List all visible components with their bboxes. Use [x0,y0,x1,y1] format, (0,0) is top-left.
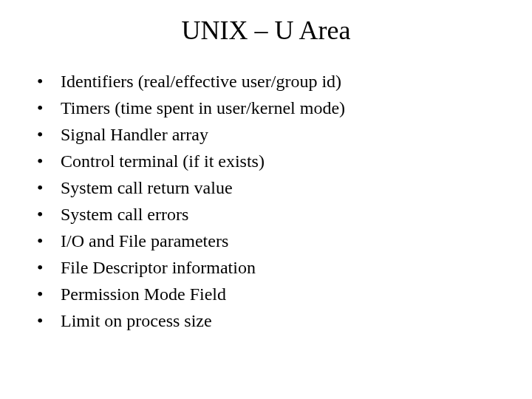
bullet-text: Identifiers (real/effective user/group i… [61,68,502,95]
bullet-text: Limit on process size [61,307,502,334]
bullet-icon: • [37,148,46,174]
list-item: • File Descriptor information [37,254,502,281]
list-item: • Permission Mode Field [37,281,502,307]
list-item: • Limit on process size [37,307,502,334]
bullet-text: File Descriptor information [61,254,502,281]
bullet-icon: • [37,68,46,95]
list-item: • System call errors [37,201,502,228]
bullet-text: Control terminal (if it exists) [61,148,502,174]
list-item: • Identifiers (real/effective user/group… [37,68,502,95]
bullet-text: Permission Mode Field [61,281,502,307]
list-item: • Timers (time spent in user/kernel mode… [37,95,502,121]
bullet-icon: • [37,254,46,281]
list-item: • System call return value [37,174,502,201]
bullet-icon: • [37,121,46,148]
list-item: • Signal Handler array [37,121,502,148]
bullet-icon: • [37,95,46,121]
bullet-text: System call return value [61,174,502,201]
bullet-icon: • [37,228,46,254]
bullet-icon: • [37,307,46,334]
bullet-text: Timers (time spent in user/kernel mode) [61,95,502,121]
list-item: • Control terminal (if it exists) [37,148,502,174]
bullet-text: System call errors [61,201,502,228]
bullet-text: I/O and File parameters [61,228,502,254]
bullet-text: Signal Handler array [61,121,502,148]
bullet-list: • Identifiers (real/effective user/group… [30,68,502,334]
slide-title: UNIX – U Area [30,15,502,46]
bullet-icon: • [37,201,46,228]
list-item: • I/O and File parameters [37,228,502,254]
bullet-icon: • [37,281,46,307]
bullet-icon: • [37,174,46,201]
